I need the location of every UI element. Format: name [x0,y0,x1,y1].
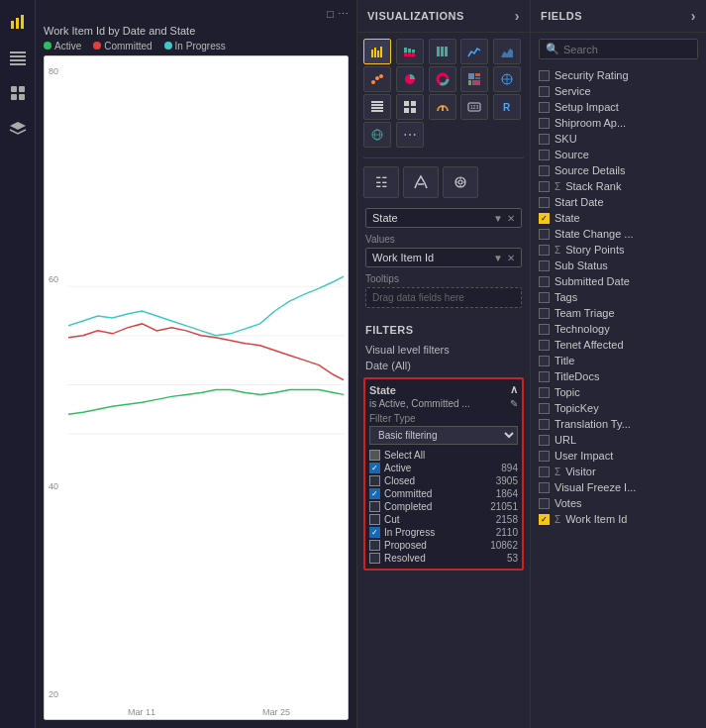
field-item-7[interactable]: ΣStack Rank [535,178,702,194]
field-item-9[interactable]: ✓State [535,210,702,226]
fields-expand-icon[interactable]: › [691,8,696,24]
cb-closed[interactable] [369,475,380,486]
field-item-26[interactable]: Visual Freeze I... [535,479,702,495]
axis-field-pill[interactable]: State ▼ ✕ [365,208,522,228]
viz-more[interactable]: ⋯ [396,122,424,148]
field-item-27[interactable]: Votes [535,495,702,511]
field-cb-28[interactable]: ✓ [539,514,550,525]
fields-search-box[interactable]: 🔍 [539,39,698,59]
viz-scatter[interactable] [363,66,391,92]
filter-row-closed[interactable]: Closed 3905 [369,474,518,487]
field-item-18[interactable]: Title [535,353,702,368]
values-remove-icon[interactable]: ✕ [507,253,515,263]
viz-treemap[interactable] [460,66,488,92]
field-item-14[interactable]: Tags [535,289,702,305]
state-filter-collapse-icon[interactable]: ∧ [510,383,518,396]
field-cb-11[interactable] [539,245,550,256]
field-item-16[interactable]: Technology [535,321,702,337]
field-item-0[interactable]: Security Rating [535,67,702,83]
field-item-12[interactable]: Sub Status [535,258,702,273]
sidebar-icon-chart[interactable] [4,8,32,36]
cb-cut[interactable] [369,514,380,525]
axis-dropdown-icon[interactable]: ▼ [493,213,503,224]
field-cb-6[interactable] [539,165,550,176]
date-filter-label[interactable]: Date (All) [357,358,530,373]
field-item-3[interactable]: Shiproom Ap... [535,115,702,131]
tooltips-drop-zone[interactable]: Drag data fields here [365,287,522,308]
viz-bar-chart[interactable] [363,39,391,64]
cb-committed[interactable]: ✓ [369,488,380,499]
field-cb-27[interactable] [539,498,550,509]
field-cb-12[interactable] [539,260,550,271]
field-item-6[interactable]: Source Details [535,162,702,178]
field-item-11[interactable]: ΣStory Points [535,242,702,258]
field-cb-8[interactable] [539,197,550,208]
state-filter-edit-icon[interactable]: ✎ [510,398,518,409]
cb-active[interactable]: ✓ [369,463,380,473]
field-cb-16[interactable] [539,324,550,335]
field-cb-26[interactable] [539,482,550,493]
filter-row-resolved[interactable]: Resolved 53 [369,552,518,565]
field-item-19[interactable]: TitleDocs [535,368,702,384]
values-field-pill[interactable]: Work Item Id ▼ ✕ [365,248,522,267]
viz-format-icon[interactable] [403,166,439,198]
viz-line-chart[interactable] [460,39,488,64]
values-dropdown-icon[interactable]: ▼ [493,253,503,263]
search-input[interactable] [563,44,691,55]
viz-table-icon[interactable] [363,94,391,120]
viz-card[interactable]: 123 [460,94,488,120]
field-cb-1[interactable] [539,86,550,97]
field-cb-7[interactable] [539,181,550,192]
sidebar-icon-table[interactable] [4,44,32,71]
field-cb-0[interactable] [539,70,550,81]
field-item-15[interactable]: Team Triage [535,305,702,321]
sidebar-icon-layers[interactable] [4,115,32,143]
chart-more-icon[interactable]: ⋯ [338,8,349,21]
field-cb-22[interactable] [539,419,550,430]
viz-expand-icon[interactable]: › [515,8,520,24]
field-cb-19[interactable] [539,371,550,382]
field-item-21[interactable]: TopicKey [535,400,702,416]
viz-pie-chart[interactable] [396,66,424,92]
field-item-1[interactable]: Service [535,83,702,99]
field-item-17[interactable]: Tenet Affected [535,337,702,353]
filter-row-cut[interactable]: Cut 2158 [369,513,518,526]
field-item-23[interactable]: URL [535,432,702,448]
field-item-28[interactable]: ✓ΣWork Item Id [535,511,702,527]
field-cb-20[interactable] [539,387,550,398]
axis-remove-icon[interactable]: ✕ [507,213,515,224]
field-cb-2[interactable] [539,102,550,113]
field-cb-25[interactable] [539,467,550,477]
sidebar-icon-fields[interactable] [4,79,32,107]
field-cb-18[interactable] [539,356,550,366]
field-cb-14[interactable] [539,292,550,303]
viz-donut[interactable] [429,66,456,92]
field-item-4[interactable]: SKU [535,131,702,147]
field-cb-5[interactable] [539,150,550,160]
field-cb-15[interactable] [539,308,550,319]
filter-row-inprogress[interactable]: ✓ In Progress 2110 [369,526,518,539]
field-cb-3[interactable] [539,118,550,129]
cb-inprogress[interactable]: ✓ [369,527,380,538]
filter-row-committed[interactable]: ✓ Committed 1864 [369,487,518,500]
field-item-10[interactable]: State Change ... [535,226,702,242]
viz-r[interactable]: R [493,94,521,120]
viz-matrix[interactable] [396,94,424,120]
viz-field-icon[interactable]: ☷ [363,166,399,198]
field-cb-10[interactable] [539,229,550,240]
field-cb-4[interactable] [539,134,550,145]
field-cb-17[interactable] [539,340,550,351]
field-cb-24[interactable] [539,451,550,462]
field-item-24[interactable]: User Impact [535,448,702,464]
cb-proposed[interactable] [369,540,380,551]
viz-globe[interactable] [363,122,391,148]
field-cb-13[interactable] [539,276,550,287]
filter-row-selectall[interactable]: Select All [369,449,518,462]
cb-resolved[interactable] [369,553,380,564]
cb-selectall[interactable] [369,450,380,461]
chart-expand-icon[interactable]: □ [327,8,334,21]
field-item-13[interactable]: Submitted Date [535,273,702,289]
viz-analytics-icon[interactable] [443,166,478,198]
field-cb-9[interactable]: ✓ [539,213,550,224]
viz-map[interactable] [493,66,521,92]
